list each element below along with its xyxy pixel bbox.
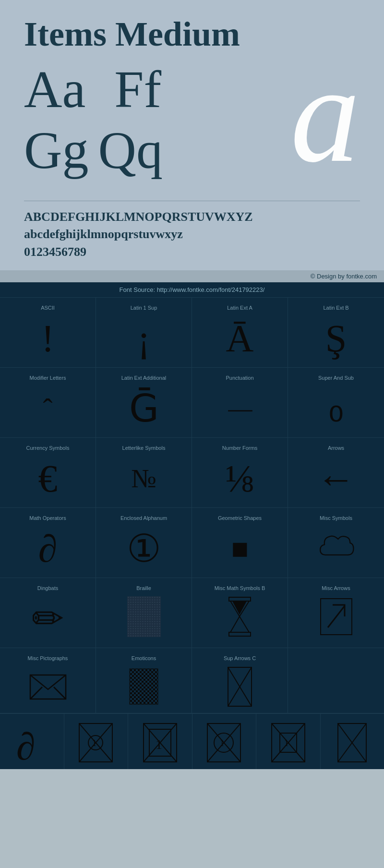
glyph-char-enclosed: ① (127, 525, 161, 573)
glyph-label-dingbats: Dingbats (37, 585, 58, 591)
glyph-cell-latinextadd: Latin Ext Additional Ḡ (96, 368, 192, 438)
glyph-label-currency: Currency Symbols (26, 445, 70, 451)
glyph-char-dingbats: ✏ (32, 595, 64, 643)
svg-line-9 (30, 687, 42, 699)
glyph-cell-emoticons: Emoticons (96, 648, 192, 713)
last-row-cell-1: ∂ (0, 714, 64, 769)
glyph-label-latinextb: Latin Ext B (323, 305, 348, 311)
glyph-char-numberforms: ⅛ (226, 455, 254, 503)
alphabet-section: ABCDEFGHIJKLMNOPQRSTUVWXYZ abcdefghijklm… (24, 201, 360, 261)
letter-ff: Ff (114, 59, 161, 120)
glyph-cell-numberforms: Number Forms ⅛ (192, 438, 288, 508)
glyph-label-miscarrows: Misc Arrows (322, 585, 350, 591)
glyph-label-letterlike: Letterlike Symbols (122, 445, 166, 451)
glyph-label-latinextadd: Latin Ext Additional (121, 375, 167, 381)
glyph-label-suparrowsc: Sup Arrows C (224, 655, 256, 661)
glyph-cell-arrows: Arrows ← (288, 438, 384, 508)
last-row-glyph-3: 1 (142, 721, 178, 764)
copyright-text: © Design by fontke.com (311, 273, 377, 280)
glyph-char-letterlike: № (131, 455, 156, 503)
letter-qq: Qq (98, 120, 162, 181)
glyph-cell-mathops: Math Operators ∂ (0, 508, 96, 578)
lowercase-alphabet: abcdefghijklmnopqrstuvwxyz (24, 226, 360, 243)
glyph-cell-punctuation: Punctuation — (192, 368, 288, 438)
last-row-glyph-2: 1 (78, 721, 114, 764)
glyph-cell-braille: Braille // We'll use SVG rects for dots (96, 578, 192, 648)
font-source-text: Font Source: http://www.fontke.com/font/… (120, 286, 265, 293)
top-section: Items Medium Aa Ff Gg Qq a ABCDEFGHIJKLM… (0, 0, 384, 270)
glyph-grid: ASCII ! Latin 1 Sup ¡ Latin Ext A Ā Lati… (0, 298, 384, 713)
glyph-cell-latinexta: Latin Ext A Ā (192, 298, 288, 368)
letter-aa: Aa (24, 59, 85, 120)
svg-text:∂: ∂ (16, 725, 36, 764)
glyph-cell-currency: Currency Symbols € (0, 438, 96, 508)
glyph-char-latinextadd: Ḡ (129, 385, 159, 433)
glyph-char-superandsub: ₀ (328, 385, 344, 433)
glyph-cell-miscsymbols: Misc Symbols (288, 508, 384, 578)
last-row-cell-5: 1 (256, 714, 321, 769)
glyph-label-emoticons: Emoticons (132, 655, 156, 661)
svg-line-7 (328, 606, 345, 627)
glyph-label-geoshapes: Geometric Shapes (218, 515, 262, 521)
font-title: Items Medium (24, 14, 360, 54)
glyph-svg-miscarrows (317, 595, 355, 638)
glyph-label-enclosed: Enclosed Alphanum (120, 515, 167, 521)
glyph-svg-envelope (29, 665, 67, 708)
glyph-label-modifier: Modifier Letters (30, 375, 66, 381)
glyph-label-latin1sup: Latin 1 Sup (131, 305, 157, 311)
glyph-cell-miscmathb: Misc Math Symbols B (192, 578, 288, 648)
last-row-glyph-6 (336, 721, 368, 764)
glyph-svg-suparrowsc (221, 665, 259, 708)
glyph-char-latinextb: Ş (325, 314, 347, 362)
glyph-svg-braille: // We'll use SVG rects for dots (125, 595, 163, 638)
glyph-cell-geoshapes: Geometric Shapes ■ (192, 508, 288, 578)
last-row-cell-2: 1 (64, 714, 129, 769)
glyph-cell-superandsub: Super And Sub ₀ (288, 368, 384, 438)
glyph-label-arrows: Arrows (328, 445, 344, 451)
glyph-cell-enclosed: Enclosed Alphanum ① (96, 508, 192, 578)
bottom-section: Font Source: http://www.fontke.com/font/… (0, 282, 384, 769)
svg-text:1: 1 (156, 737, 162, 752)
last-row-cell-6 (321, 714, 384, 769)
glyph-label-punctuation: Punctuation (226, 375, 253, 381)
svg-text:1: 1 (284, 738, 288, 748)
glyph-label-latinexta: Latin Ext A (227, 305, 252, 311)
svg-rect-13 (130, 669, 158, 704)
glyph-cell-latin1sup: Latin 1 Sup ¡ (96, 298, 192, 368)
last-row-glyph-1: ∂ (14, 721, 50, 764)
glyph-cell-letterlike: Letterlike Symbols № (96, 438, 192, 508)
glyph-label-mathops: Math Operators (29, 515, 66, 521)
glyph-cell-empty (288, 648, 384, 713)
svg-rect-4 (229, 597, 251, 601)
glyph-label-miscsymbols: Misc Symbols (320, 515, 352, 521)
svg-text:1: 1 (92, 738, 96, 748)
letter-preview: Aa Ff Gg Qq a (24, 59, 360, 193)
glyph-label-braille: Braille (136, 585, 151, 591)
glyph-cell-latinextb: Latin Ext B Ş (288, 298, 384, 368)
glyph-label-miscmathb: Misc Math Symbols B (215, 585, 265, 591)
last-row-glyph-5: 1 (270, 721, 306, 764)
last-row-cell-3: 1 (128, 714, 192, 769)
glyph-cell-modifier: Modifier Letters ˆ (0, 368, 96, 438)
uppercase-alphabet: ABCDEFGHIJKLMNOPQRSTUVWXYZ (24, 208, 360, 226)
glyph-label-miscpicto: Misc Pictographs (28, 655, 68, 661)
glyph-cell-dingbats: Dingbats ✏ (0, 578, 96, 648)
letter-gg: Gg (24, 120, 88, 181)
glyph-cell-miscarrows: Misc Arrows (288, 578, 384, 648)
font-source-bar: Font Source: http://www.fontke.com/font/… (0, 282, 384, 298)
glyph-char-latinexta: Ā (226, 314, 254, 362)
copyright-bar: © Design by fontke.com (0, 270, 384, 282)
glyph-cell-suparrowsc: Sup Arrows C (192, 648, 288, 713)
glyph-svg-emoticons (125, 665, 163, 708)
svg-rect-5 (229, 632, 251, 636)
glyph-char-currency: € (38, 455, 58, 503)
last-row: ∂ 1 1 (0, 713, 384, 769)
glyph-svg-cloud (317, 525, 355, 568)
digits: 0123456789 (24, 243, 360, 261)
last-row-cell-4: 1 (192, 714, 257, 769)
glyph-char-punctuation: — (228, 385, 252, 433)
glyph-svg-hourglass (221, 595, 259, 638)
glyph-cell-miscpicto: Misc Pictographs (0, 648, 96, 713)
glyph-char-latin1sup: ¡ (137, 314, 150, 362)
svg-line-10 (54, 687, 66, 699)
